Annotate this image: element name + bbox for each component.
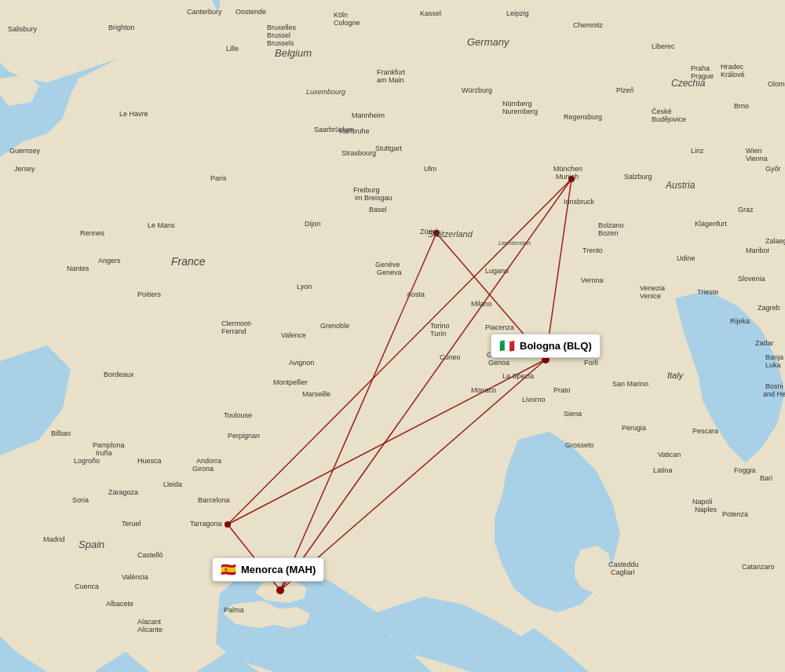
svg-text:Brno: Brno [734,102,749,110]
svg-text:Girona: Girona [192,465,214,473]
svg-text:Lugano: Lugano [485,267,509,275]
svg-text:Chemnitz: Chemnitz [573,21,604,29]
svg-text:Casteddu: Casteddu [608,561,639,568]
svg-text:Grenoble: Grenoble [320,322,349,330]
svg-text:Toulouse: Toulouse [224,411,252,419]
svg-text:Jersey: Jersey [14,165,35,173]
svg-text:Graz: Graz [738,206,754,214]
svg-text:Soria: Soria [72,496,89,504]
map-container: Brighton Canterbury Oostende Bruxelles B… [0,0,785,672]
svg-text:am Main: am Main [377,76,404,84]
svg-text:Genoa: Genoa [488,359,509,367]
svg-text:Hradec: Hradec [721,63,744,71]
svg-text:Spain: Spain [78,539,104,550]
svg-text:Trieste: Trieste [697,288,718,296]
svg-text:Linz: Linz [691,147,704,155]
svg-text:Genova: Genova [487,351,512,359]
svg-text:Brussel: Brussel [267,31,290,39]
svg-text:Piacenza: Piacenza [485,323,514,331]
svg-text:Avignon: Avignon [289,359,314,367]
svg-text:Albacete: Albacete [106,600,133,608]
svg-text:Nuremberg: Nuremberg [502,108,538,115]
svg-text:San Marino: San Marino [612,380,648,388]
svg-text:Oostende: Oostende [236,8,266,16]
svg-text:Lille: Lille [226,45,239,53]
svg-text:Vatican: Vatican [658,451,681,458]
svg-text:Ferrand: Ferrand [221,327,246,335]
svg-text:Zagreb: Zagreb [758,304,780,312]
svg-text:Torino: Torino [430,322,450,330]
svg-text:Liechtenstein: Liechtenstein [498,240,531,246]
svg-text:im Breisgau: im Breisgau [355,194,392,202]
svg-text:Vienna: Vienna [746,155,768,163]
svg-text:Zürich: Zürich [420,228,440,236]
svg-text:Catanzaro: Catanzaro [742,563,775,571]
svg-text:Salisbury: Salisbury [8,25,38,33]
svg-text:Clermont-: Clermont- [221,320,253,327]
svg-text:Latina: Latina [653,466,673,474]
svg-text:Strasbourg: Strasbourg [341,149,376,157]
svg-text:Montpellier: Montpellier [273,378,308,386]
svg-text:Praha: Praha [691,64,710,72]
svg-text:Cagliari: Cagliari [611,568,635,576]
svg-text:Aosta: Aosta [407,290,425,298]
svg-text:Andorra: Andorra [196,457,221,465]
svg-text:Barcelona: Barcelona [198,496,230,504]
svg-text:Banja: Banja [765,353,783,361]
svg-text:Grosseto: Grosseto [565,441,594,449]
svg-text:Regensburg: Regensburg [564,113,602,121]
svg-text:Bosni: Bosni [765,382,783,390]
svg-text:Bari: Bari [760,474,772,482]
svg-text:Nantes: Nantes [67,265,89,272]
svg-text:Bruxelles: Bruxelles [267,24,297,31]
svg-text:Plzeň: Plzeň [616,86,634,94]
svg-point-12 [542,356,550,363]
svg-text:Palma: Palma [224,606,244,614]
svg-text:Poitiers: Poitiers [137,290,162,298]
svg-text:Le Mans: Le Mans [148,221,175,229]
svg-text:Basel: Basel [369,206,387,214]
svg-text:Bilbao: Bilbao [51,429,71,437]
svg-text:Stuttgart: Stuttgart [375,144,403,152]
svg-text:Venezia: Venezia [640,284,665,292]
svg-text:Zaragoza: Zaragoza [108,488,138,496]
svg-text:Napoli: Napoli [692,498,713,506]
svg-text:Liberec: Liberec [652,42,675,50]
svg-text:Naples: Naples [695,506,717,513]
svg-text:Wien: Wien [746,147,762,155]
svg-text:Salzburg: Salzburg [624,173,652,181]
svg-text:Králové: Králové [721,71,745,79]
svg-text:Logroño: Logroño [74,457,100,465]
svg-text:Castelló: Castelló [137,551,163,559]
svg-text:Alacant: Alacant [137,618,162,626]
svg-text:Milano: Milano [471,300,492,308]
svg-text:Dijon: Dijon [305,220,321,228]
svg-text:Győr: Győr [765,165,781,173]
svg-text:Ulm: Ulm [424,165,436,173]
svg-text:Austria: Austria [665,180,696,191]
svg-text:Genève: Genève [375,261,400,268]
svg-text:Monaco: Monaco [471,386,496,394]
svg-text:München: München [553,165,582,173]
svg-text:Cologne: Cologne [334,19,360,27]
svg-text:Potenza: Potenza [722,510,748,518]
svg-text:La Spezia: La Spezia [502,372,534,380]
svg-text:Udine: Udine [677,254,696,262]
svg-text:Belgium: Belgium [275,47,312,59]
svg-text:Lyon: Lyon [297,283,312,290]
svg-text:Prato: Prato [553,386,571,394]
svg-text:Würzburg: Würzburg [462,86,492,94]
svg-text:Huesca: Huesca [137,457,162,465]
svg-text:Le Havre: Le Havre [119,110,148,118]
svg-text:Perugia: Perugia [622,424,646,432]
svg-text:Turin: Turin [430,330,446,338]
svg-text:Nürnberg: Nürnberg [502,100,532,108]
svg-text:Budějovice: Budějovice [652,115,686,123]
svg-point-13 [276,586,284,594]
svg-text:Tarragona: Tarragona [190,520,222,528]
svg-text:Cuenca: Cuenca [75,583,99,590]
svg-text:Rijeka: Rijeka [730,317,750,325]
svg-text:Teruel: Teruel [122,520,141,528]
svg-text:Frankfurt: Frankfurt [377,68,406,76]
svg-text:Lleida: Lleida [163,480,182,488]
